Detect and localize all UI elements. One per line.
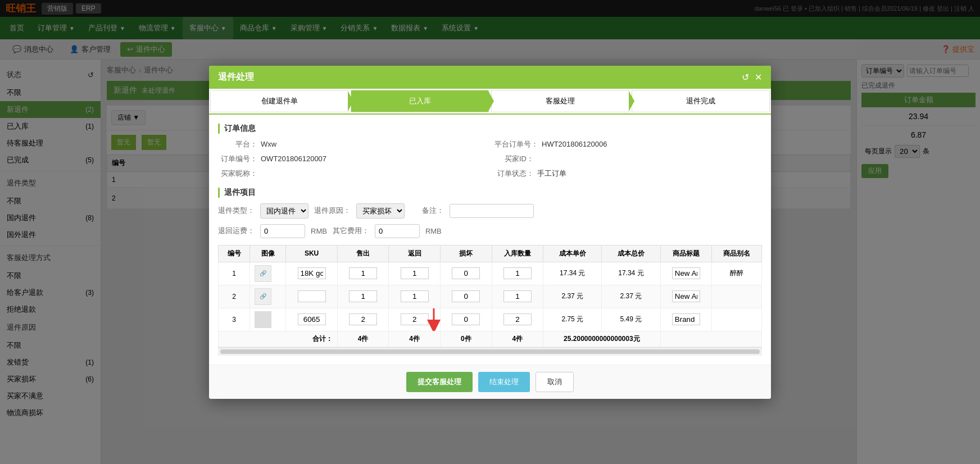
- damaged-input-3[interactable]: [452, 313, 480, 325]
- remark-label: 备注：: [410, 206, 444, 216]
- dialog-body: 订单信息 平台： Wxw 平台订单号： HWT201806120006 订单编号…: [209, 115, 771, 365]
- dialog-refresh-icon[interactable]: ↺: [742, 72, 749, 83]
- title-input-3[interactable]: [672, 313, 700, 325]
- table-row: 1 🔗 17.34 元 17.34: [219, 262, 762, 285]
- cancel-button[interactable]: 取消: [536, 372, 574, 392]
- order-status-row: 订单状态： 手工订单: [494, 169, 762, 179]
- sku-input-2[interactable]: [298, 290, 326, 302]
- table-row: 3 2.75 元 5.49: [219, 308, 762, 331]
- return-type-select[interactable]: 国内退件: [260, 203, 308, 219]
- col-image-header: 图像: [250, 245, 286, 262]
- return-shipping-label: 退回运费：: [218, 226, 255, 236]
- return-dialog: 退件处理 ↺ ✕ 创建退件单 已入库 客服处理 退件完成 订单信息 平台： Wx…: [209, 66, 771, 399]
- col-num-header: 编号: [219, 245, 250, 262]
- sold-input-3[interactable]: [349, 313, 377, 325]
- buyer-id-row: 买家ID：: [494, 154, 762, 164]
- sku-input-3[interactable]: [298, 313, 326, 325]
- rmb-label-1: RMB: [311, 227, 327, 235]
- return-reason-select[interactable]: 买家损坏: [356, 203, 405, 219]
- steps-bar: 创建退件单 已入库 客服处理 退件完成: [209, 89, 771, 115]
- dialog-footer: 提交客服处理 结束处理 取消: [209, 365, 771, 399]
- step-cs-process[interactable]: 客服处理: [491, 90, 629, 112]
- col-returned-header: 返回: [389, 245, 441, 262]
- modal-overlay: 退件处理 ↺ ✕ 创建退件单 已入库 客服处理 退件完成 订单信息 平台： Wx…: [0, 0, 980, 464]
- table-row: 2 🔗 2.37 元 2.37: [219, 285, 762, 308]
- returned-input-3[interactable]: [401, 313, 429, 325]
- order-no-row: 订单编号： OWT201806120007: [218, 154, 486, 164]
- col-title-header: 商品标题: [660, 245, 712, 262]
- platform-order-row: 平台订单号： HWT201806120006: [494, 139, 762, 149]
- step-create[interactable]: 创建退件单: [210, 90, 348, 112]
- sku-input-1[interactable]: [298, 267, 326, 279]
- col-damaged-header: 损坏: [441, 245, 492, 262]
- order-info-grid: 平台： Wxw 平台订单号： HWT201806120006 订单编号： OWT…: [218, 139, 762, 179]
- title-input-2[interactable]: [672, 290, 700, 302]
- total-row: 合计： 4件 4件 0件 4件 25.2000000000000003元: [219, 331, 762, 347]
- items-table-container: 编号 图像 SKU 售出 返回 损坏 入库数量 成本单价 成本总价 商品标题 商…: [218, 245, 762, 356]
- damaged-input-1[interactable]: [452, 267, 480, 279]
- product-thumbnail: [255, 311, 271, 328]
- platform-row: 平台： Wxw: [218, 139, 486, 149]
- finish-button[interactable]: 结束处理: [478, 372, 530, 392]
- dialog-title-bar: 退件处理 ↺ ✕: [209, 66, 771, 89]
- product-thumbnail: 🔗: [255, 265, 271, 282]
- step-in-warehouse[interactable]: 已入库: [351, 90, 489, 112]
- dialog-title: 退件处理: [218, 71, 254, 83]
- step-complete[interactable]: 退件完成: [632, 90, 770, 112]
- items-table: 编号 图像 SKU 售出 返回 损坏 入库数量 成本单价 成本总价 商品标题 商…: [218, 245, 762, 347]
- col-sku-header: SKU: [286, 245, 338, 262]
- sold-input-2[interactable]: [349, 290, 377, 302]
- return-shipping-input[interactable]: [260, 224, 305, 238]
- stocked-input-2[interactable]: [503, 290, 532, 302]
- damaged-input-2[interactable]: [452, 290, 480, 302]
- return-reason-label: 退件原因：: [314, 206, 351, 216]
- returned-input-1[interactable]: [401, 267, 429, 279]
- col-sold-header: 售出: [337, 245, 389, 262]
- sold-input-1[interactable]: [349, 267, 377, 279]
- col-unit-cost-header: 成本单价: [543, 245, 602, 262]
- col-total-cost-header: 成本总价: [602, 245, 660, 262]
- title-input-1[interactable]: [672, 267, 700, 279]
- buyer-name-row: 买家昵称：: [218, 169, 486, 179]
- scrollbar-area[interactable]: [218, 347, 762, 356]
- scrollbar-thumb[interactable]: [220, 349, 760, 354]
- returned-input-2[interactable]: [401, 290, 429, 302]
- submit-cs-button[interactable]: 提交客服处理: [406, 372, 473, 392]
- stocked-input-3[interactable]: [503, 313, 532, 325]
- remark-input[interactable]: [450, 204, 534, 218]
- order-info-title: 订单信息: [218, 124, 762, 134]
- other-fee-label: 其它费用：: [333, 226, 369, 236]
- dialog-title-actions: ↺ ✕: [742, 72, 762, 83]
- col-alias-header: 商品别名: [712, 245, 762, 262]
- col-stocked-header: 入库数量: [492, 245, 543, 262]
- rmb-label-2: RMB: [425, 227, 442, 235]
- return-type-label: 退件类型：: [218, 206, 255, 216]
- product-thumbnail: 🔗: [255, 288, 271, 305]
- dialog-close-icon[interactable]: ✕: [755, 72, 762, 83]
- return-items-title: 退件项目: [218, 188, 762, 198]
- other-fee-input[interactable]: [375, 224, 420, 238]
- stocked-input-1[interactable]: [503, 267, 532, 279]
